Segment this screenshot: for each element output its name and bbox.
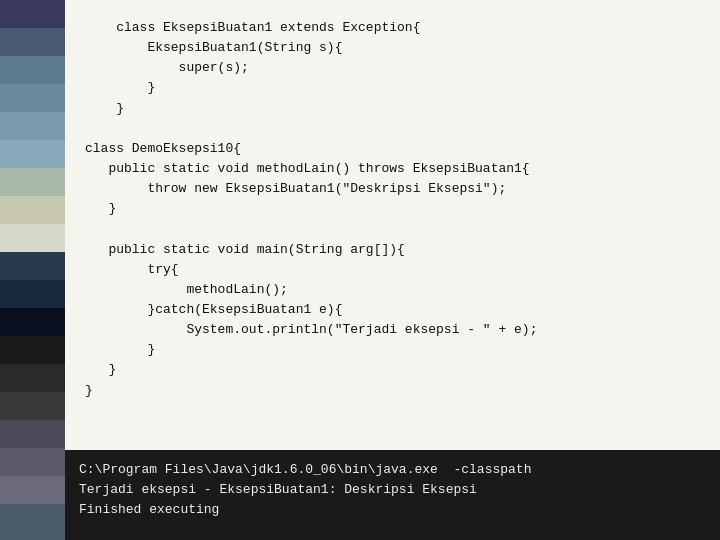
output-text: C:\Program Files\Java\jdk1.6.0_06\bin\ja… xyxy=(79,460,706,520)
sidebar-seg-11 xyxy=(0,280,65,308)
sidebar-seg-15 xyxy=(0,392,65,420)
code-editor: class EksepsiBuatan1 extends Exception{ … xyxy=(65,0,720,450)
sidebar-seg-7 xyxy=(0,168,65,196)
sidebar xyxy=(0,0,65,540)
sidebar-seg-14 xyxy=(0,364,65,392)
sidebar-seg-19 xyxy=(0,504,65,540)
sidebar-seg-9 xyxy=(0,224,65,252)
sidebar-seg-6 xyxy=(0,140,65,168)
sidebar-seg-2 xyxy=(0,28,65,56)
sidebar-seg-16 xyxy=(0,420,65,448)
sidebar-seg-1 xyxy=(0,0,65,28)
sidebar-seg-18 xyxy=(0,476,65,504)
sidebar-seg-13 xyxy=(0,336,65,364)
sidebar-seg-5 xyxy=(0,112,65,140)
output-console: C:\Program Files\Java\jdk1.6.0_06\bin\ja… xyxy=(65,450,720,540)
sidebar-seg-17 xyxy=(0,448,65,476)
sidebar-seg-3 xyxy=(0,56,65,84)
code-text: class EksepsiBuatan1 extends Exception{ … xyxy=(85,18,700,401)
sidebar-seg-4 xyxy=(0,84,65,112)
sidebar-seg-10 xyxy=(0,252,65,280)
sidebar-seg-8 xyxy=(0,196,65,224)
main-content: class EksepsiBuatan1 extends Exception{ … xyxy=(65,0,720,540)
sidebar-seg-12 xyxy=(0,308,65,336)
